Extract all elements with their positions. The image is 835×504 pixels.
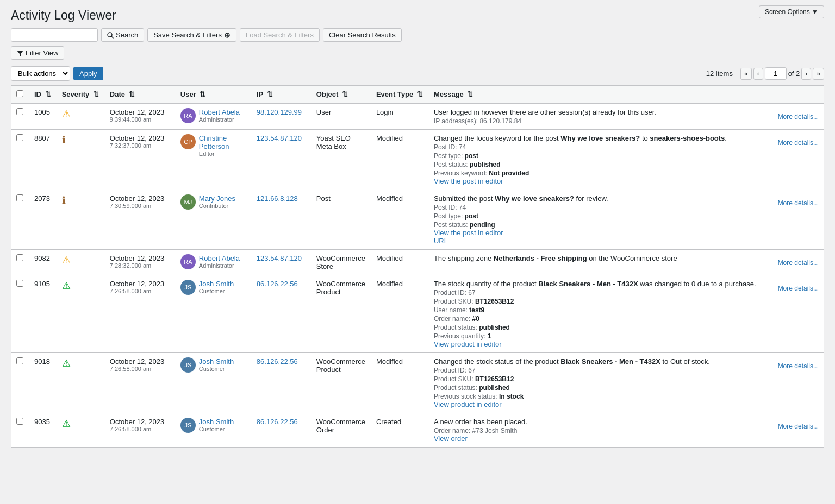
page-number-input[interactable] [765,67,787,80]
more-details-button[interactable]: More details... [778,199,819,207]
message-extra: Product status: published [434,324,772,331]
ip-link[interactable]: 98.120.129.99 [257,108,302,116]
row-user: JS Josh Smith Customer [175,353,251,413]
row-checkbox[interactable] [16,108,23,115]
user-name-link[interactable]: Robert Abela [199,254,240,262]
row-message: A new order has been placed.Order name: … [428,413,824,448]
date-value: October 12, 2023 [110,280,170,288]
row-checkbox-cell [11,275,29,353]
message-link[interactable]: View the post in editor [434,177,503,185]
user-name-link[interactable]: Christine Petterson [199,134,229,150]
col-header-date[interactable]: Date ⇅ [104,86,175,104]
user-name-link[interactable]: Robert Abela [199,108,240,116]
user-name-link[interactable]: Josh Smith [199,418,234,426]
ip-link[interactable]: 123.54.87.120 [257,134,302,142]
col-header-user[interactable]: User ⇅ [175,86,251,104]
user-name-link[interactable]: Josh Smith [199,280,234,288]
more-details-button[interactable]: More details... [778,259,819,267]
col-header-object[interactable]: Object ⇅ [311,86,371,104]
screen-options-button[interactable]: Screen Options ▼ [759,5,824,18]
search-input[interactable] [11,28,98,42]
ip-link[interactable]: 121.66.8.128 [257,194,298,203]
row-checkbox[interactable] [16,280,23,287]
row-ip: 98.120.129.99 [251,104,311,130]
message-extra: Product status: published [434,384,772,392]
more-details-button[interactable]: More details... [778,285,819,292]
user-role: Customer [199,288,234,294]
more-details-button[interactable]: More details... [778,139,819,147]
avatar: MJ [180,194,196,210]
time-value: 7:26:58.000 am [110,288,170,294]
prev-page-button[interactable]: ‹ [753,68,763,80]
severity-icon: ⚠ [62,280,71,291]
more-details-button[interactable]: More details... [778,362,819,370]
avatar: JS [180,357,196,373]
message-link[interactable]: View product in editor [434,340,502,348]
search-button[interactable]: Search [101,28,144,42]
message-detail: Order name: #73 Josh Smith [434,427,772,434]
ip-link[interactable]: 86.126.22.56 [257,280,298,288]
message-detail: Post ID: 74 [434,143,772,151]
row-checkbox-cell [11,413,29,448]
user-role: Contributor [199,203,235,209]
bulk-actions-area: Bulk actions Apply [11,66,103,81]
severity-icon: ℹ [62,135,66,146]
col-header-severity[interactable]: Severity ⇅ [57,86,104,104]
col-header-event[interactable]: Event Type ⇅ [371,86,428,104]
row-ip: 86.126.22.56 [251,353,311,413]
row-checkbox[interactable] [16,418,23,425]
message-extra: Post status: pending [434,221,772,229]
more-details-button[interactable]: More details... [778,113,819,121]
row-user: JS Josh Smith Customer [175,413,251,448]
clear-search-button[interactable]: Clear Search Results [323,28,402,42]
row-severity: ⚠ [57,250,104,275]
table-row: 9082 ⚠ October 12, 2023 7:28:32.000 am R… [11,250,824,275]
ip-link[interactable]: 86.126.22.56 [257,418,298,426]
last-page-button[interactable]: » [813,68,824,80]
message-detail: IP address(es): 86.120.179.84 [434,117,772,125]
message-extra: Product SKU: BT12653B12 [434,375,772,383]
sort-icon-message: ⇅ [467,90,473,98]
row-object: WooCommerce Store [311,250,371,275]
table-row: 8807 ℹ October 12, 2023 7:32:37.000 am C… [11,130,824,190]
col-header-id[interactable]: ID ⇅ [29,86,57,104]
next-page-button[interactable]: › [801,68,811,80]
apply-button[interactable]: Apply [73,67,103,80]
message-extra: Post type: post [434,152,772,160]
message-link2[interactable]: URL [434,237,448,245]
sort-icon-ip: ⇅ [267,90,273,98]
col-header-ip[interactable]: IP ⇅ [251,86,311,104]
more-details-button[interactable]: More details... [778,423,819,430]
user-name-link[interactable]: Josh Smith [199,357,234,366]
filter-view-button[interactable]: Filter View [11,46,64,60]
col-header-message[interactable]: Message ⇅ [428,86,824,104]
ip-link[interactable]: 86.126.22.56 [257,357,298,366]
row-id: 2073 [29,190,57,250]
items-count: 12 items [706,70,733,78]
severity-icon: ℹ [62,195,66,206]
select-all-checkbox[interactable] [16,90,23,97]
row-severity: ℹ [57,190,104,250]
more-details-cell: More details... [778,254,819,267]
user-cell: JS Josh Smith Customer [180,418,246,433]
first-page-button[interactable]: « [740,68,752,80]
message-detail: Product ID: 67 [434,367,772,374]
bulk-actions-select[interactable]: Bulk actions [11,66,70,81]
message-link[interactable]: View product in editor [434,400,502,408]
row-checkbox[interactable] [16,194,23,201]
save-search-button[interactable]: Save Search & Filters [147,28,236,42]
user-name-link[interactable]: Mary Jones [199,194,235,203]
sort-icon-event: ⇅ [417,90,423,98]
message-link[interactable]: View order [434,434,468,443]
row-checkbox[interactable] [16,254,23,261]
row-checkbox[interactable] [16,134,23,141]
message-link[interactable]: View the post in editor [434,229,503,237]
message-detail: Product ID: 67 [434,289,772,297]
load-search-button[interactable]: Load Search & Filters [240,28,320,42]
activity-log-table: ID ⇅ Severity ⇅ Date ⇅ User ⇅ IP ⇅ Objec… [11,85,824,448]
ip-link[interactable]: 123.54.87.120 [257,254,302,262]
row-object: Yoast SEO Meta Box [311,130,371,190]
row-message: The shipping zone Netherlands - Free shi… [428,250,824,275]
user-info: Mary Jones Contributor [199,194,235,209]
row-checkbox[interactable] [16,357,23,364]
